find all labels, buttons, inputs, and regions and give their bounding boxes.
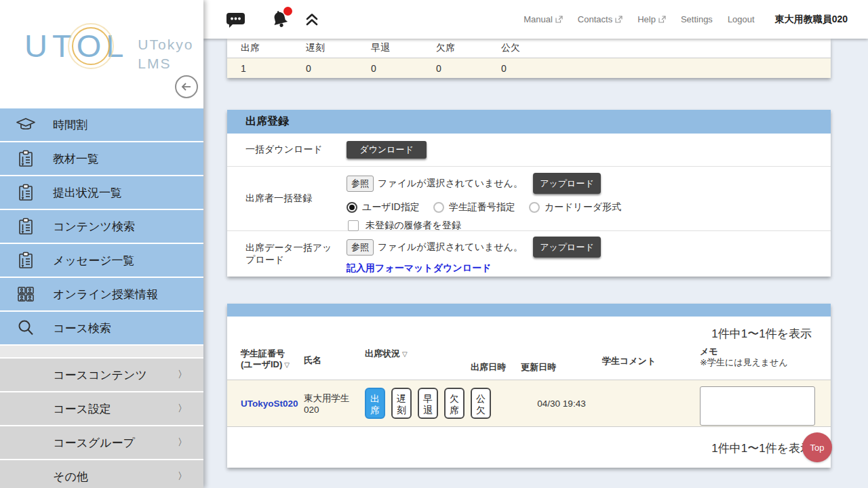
attendance-status-buttons: 出席 遅刻 早退 欠席 公欠: [365, 388, 491, 419]
sidebar-item-materials[interactable]: 教材一覧: [0, 142, 203, 175]
radio-student-card-number[interactable]: [433, 202, 444, 213]
attendance-data-upload-label: 出席データ一括アップロード: [227, 231, 336, 277]
course-search-icon: [12, 319, 39, 338]
settings-link-label: Settings: [681, 14, 713, 24]
logo-wordmark: UTOL: [24, 30, 128, 62]
column-header-text: (ユーザID): [241, 359, 282, 369]
radio-user-id-label: ユーザID指定: [362, 201, 420, 214]
download-button[interactable]: ダウンロード: [347, 141, 427, 159]
manual-link-label: Manual: [524, 14, 553, 24]
attendee-bulk-register-row: 出席者一括登録 参照 ファイルが選択されていません。 アップロード ユーザID指…: [227, 167, 831, 231]
sidebar-item-messages[interactable]: メッセージ一覧: [0, 244, 203, 277]
notification-badge-dot: [283, 7, 292, 16]
sidebar-item-course-search[interactable]: コース検索: [0, 312, 203, 344]
help-link-label: Help: [637, 14, 656, 24]
bulk-download-label: 一括ダウンロード: [227, 134, 336, 166]
summary-value: 0: [371, 63, 436, 74]
status-button-absent[interactable]: 欠席: [444, 388, 465, 419]
attendance-registration-section: 出席登録 一括ダウンロード ダウンロード 出席者一括登録 参照 ファイルが選択さ…: [227, 110, 831, 277]
student-name: 東大用学生020: [304, 392, 361, 415]
arrow-left-icon: [180, 80, 193, 94]
format-download-link[interactable]: 記入用フォーマットダウンロード: [347, 262, 491, 274]
file-selected-status: ファイルが選択されていません。: [378, 178, 523, 190]
sidebar-item-label: 教材一覧: [53, 151, 99, 167]
status-button-late[interactable]: 遅刻: [391, 388, 412, 419]
sidebar-item-content-search[interactable]: コンテンツ検索: [0, 210, 203, 243]
sidebar-item-label: コースコンテンツ: [53, 367, 147, 383]
contacts-link-label: Contacts: [578, 14, 612, 24]
summary-values-row: 1 0 0 0 0: [227, 58, 831, 78]
browse-file-button[interactable]: 参照: [347, 239, 374, 256]
chat-icon[interactable]: [226, 11, 245, 28]
student-row: UTokyoSt020 東大用学生020 出席 遅刻 早退 欠席 公欠 04/3…: [227, 380, 831, 427]
attendance-summary-table: 出席 遅刻 早退 欠席 公欠 1 0 0 0 0: [227, 39, 831, 78]
summary-col-header: 遅刻: [306, 42, 371, 54]
messages-icon: [12, 251, 39, 270]
help-link[interactable]: Help: [637, 14, 666, 24]
column-header-memo: メモ ※学生には見えません: [700, 346, 788, 368]
register-unenrolled-checkbox[interactable]: [348, 220, 359, 231]
table-header-bar: [227, 304, 831, 317]
memo-textarea[interactable]: [700, 386, 815, 426]
sidebar-item-course-settings[interactable]: コース設定 〉: [0, 392, 203, 425]
summary-col-header: 早退: [371, 42, 436, 54]
sidebar-item-label: コンテンツ検索: [53, 219, 135, 235]
summary-value: 0: [501, 63, 566, 74]
attendance-data-upload-row: 出席データ一括アップロード 参照 ファイルが選択されていません。 アップロード …: [227, 231, 831, 277]
sort-icon[interactable]: ▽: [402, 350, 408, 358]
sidebar-item-label: コースグループ: [53, 435, 135, 451]
manual-link[interactable]: Manual: [524, 14, 563, 24]
sidebar-item-label: オンライン授業情報: [53, 287, 158, 302]
sort-icon[interactable]: ▽: [284, 361, 290, 369]
upload-button[interactable]: アップロード: [533, 173, 601, 194]
section-title: 出席登録: [227, 110, 831, 134]
summary-value: 0: [306, 63, 371, 74]
column-header-note: ※学生には見えません: [700, 357, 788, 368]
sidebar-item-others[interactable]: その他 〉: [0, 460, 203, 488]
contacts-link[interactable]: Contacts: [578, 14, 623, 24]
radio-card-reader[interactable]: [529, 202, 540, 213]
sidebar-nav: 時間割 教材一覧 提出状況一覧: [0, 108, 203, 488]
notifications-bell-icon[interactable]: [270, 9, 290, 30]
settings-link[interactable]: Settings: [681, 14, 713, 24]
status-button-excused[interactable]: 公欠: [471, 388, 491, 419]
collapse-header-chevrons-icon[interactable]: [304, 12, 320, 28]
upload-button[interactable]: アップロード: [533, 237, 601, 258]
radio-user-id[interactable]: [347, 202, 357, 213]
chevron-right-icon: 〉: [178, 403, 187, 415]
column-header-comment: 学生コメント: [602, 356, 656, 367]
chevron-right-icon: 〉: [178, 470, 187, 483]
external-link-icon: [555, 16, 563, 23]
browse-file-button[interactable]: 参照: [347, 176, 374, 192]
back-to-top-button[interactable]: Top: [802, 432, 832, 462]
sidebar-item-online-class[interactable]: オンライン授業情報: [0, 278, 203, 310]
sidebar-item-label: 提出状況一覧: [53, 185, 122, 201]
sidebar-item-course-group[interactable]: コースグループ 〉: [0, 426, 203, 459]
column-header-student-id[interactable]: 学生証番号 (ユーザID)▽: [241, 348, 290, 371]
status-button-early-leave[interactable]: 早退: [418, 388, 438, 419]
online-class-icon: [12, 285, 39, 303]
sidebar: UTOL UTokyo LMS 時間割: [0, 0, 203, 488]
summary-col-header: 公欠: [501, 42, 566, 54]
bulk-download-row: 一括ダウンロード ダウンロード: [227, 134, 831, 167]
sidebar-item-label: コース検索: [53, 321, 111, 336]
column-header-status[interactable]: 出席状況▽: [365, 348, 408, 360]
sidebar-collapse-button[interactable]: [175, 75, 198, 98]
topbar-links: Manual Contacts Help Settings Logout 東大用…: [524, 14, 848, 26]
logout-link[interactable]: Logout: [728, 14, 755, 24]
content-search-icon: [12, 217, 39, 236]
student-id-link[interactable]: UTokyoSt020: [241, 399, 298, 409]
materials-icon: [12, 149, 39, 168]
logout-link-label: Logout: [728, 14, 755, 24]
sidebar-item-timetable[interactable]: 時間割: [0, 108, 203, 141]
sidebar-item-submissions[interactable]: 提出状況一覧: [0, 176, 203, 209]
logo-subtitle: UTokyo LMS: [138, 35, 193, 74]
radio-card-reader-label: カードリーダ形式: [545, 201, 621, 214]
column-header-text: 出席状況: [365, 348, 400, 359]
column-header-name: 氏名: [304, 355, 321, 366]
chevron-right-icon: 〉: [178, 436, 187, 449]
sidebar-item-course-contents[interactable]: コースコンテンツ 〉: [0, 359, 203, 391]
utol-logo: UTOL UTokyo LMS: [24, 30, 193, 74]
summary-col-header: 欠席: [436, 42, 501, 54]
status-button-present[interactable]: 出席: [365, 388, 385, 419]
